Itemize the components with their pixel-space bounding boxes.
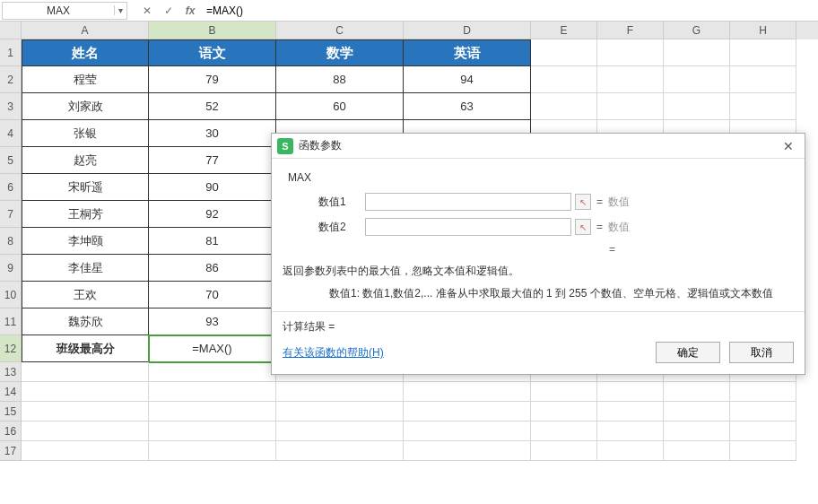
row-header-12[interactable]: 12: [0, 335, 22, 362]
row-header-8[interactable]: 8: [0, 228, 22, 255]
col-header-C[interactable]: C: [276, 22, 404, 39]
row-header-9[interactable]: 9: [0, 255, 22, 282]
cell-B16[interactable]: [149, 421, 276, 441]
cell-B7[interactable]: 92: [149, 201, 276, 228]
cell-A5[interactable]: 赵亮: [22, 147, 149, 174]
cell-A9[interactable]: 李佳星: [22, 255, 149, 282]
cell-A7[interactable]: 王桐芳: [22, 201, 149, 228]
cell-B13[interactable]: [149, 362, 276, 382]
cell-A10[interactable]: 王欢: [22, 282, 149, 308]
param-input-1[interactable]: [365, 193, 571, 211]
col-header-F[interactable]: F: [597, 22, 664, 39]
cell-A15[interactable]: [22, 402, 149, 421]
cell-E14[interactable]: [531, 382, 597, 402]
formula-input[interactable]: [206, 2, 818, 20]
dialog-titlebar[interactable]: S 函数参数 ✕: [272, 134, 805, 159]
cell-D14[interactable]: [404, 382, 531, 402]
cell-G14[interactable]: [664, 382, 730, 402]
cell-B11[interactable]: 93: [149, 308, 276, 335]
row-header-2[interactable]: 2: [0, 66, 22, 93]
cell-H14[interactable]: [730, 382, 796, 402]
row-header-5[interactable]: 5: [0, 147, 22, 174]
row-header-10[interactable]: 10: [0, 282, 22, 308]
row-header-14[interactable]: 14: [0, 382, 22, 402]
row-header-15[interactable]: 15: [0, 402, 22, 421]
cell-A11[interactable]: 魏苏欣: [22, 308, 149, 335]
col-header-E[interactable]: E: [531, 22, 597, 39]
fx-icon[interactable]: fx: [183, 4, 197, 18]
cell-A6[interactable]: 宋昕遥: [22, 174, 149, 201]
cell-F1[interactable]: [597, 39, 664, 66]
cell-D1[interactable]: 英语: [404, 39, 531, 66]
cell-A16[interactable]: [22, 421, 149, 441]
cell-B8[interactable]: 81: [149, 228, 276, 255]
cell-A8[interactable]: 李坤颐: [22, 228, 149, 255]
cell-A13[interactable]: [22, 362, 149, 382]
cell-B17[interactable]: [149, 441, 276, 461]
cell-E15[interactable]: [531, 402, 597, 421]
cancel-icon[interactable]: ✕: [140, 4, 154, 18]
row-header-3[interactable]: 3: [0, 93, 22, 120]
cell-B9[interactable]: 86: [149, 255, 276, 282]
close-icon[interactable]: ✕: [778, 139, 799, 153]
select-all-corner[interactable]: [0, 22, 22, 39]
cell-D16[interactable]: [404, 421, 531, 441]
cell-C15[interactable]: [276, 402, 404, 421]
cell-B15[interactable]: [149, 402, 276, 421]
cell-E1[interactable]: [531, 39, 597, 66]
cell-D17[interactable]: [404, 441, 531, 461]
cell-A17[interactable]: [22, 441, 149, 461]
cell-F16[interactable]: [597, 421, 664, 441]
cell-C16[interactable]: [276, 421, 404, 441]
cell-A12[interactable]: 班级最高分: [22, 335, 149, 362]
cell-G17[interactable]: [664, 441, 730, 461]
cell-H15[interactable]: [730, 402, 796, 421]
cell-B12[interactable]: =MAX(): [149, 335, 276, 362]
cell-E17[interactable]: [531, 441, 597, 461]
cell-A2[interactable]: 程莹: [22, 66, 149, 93]
cell-B3[interactable]: 52: [149, 93, 276, 120]
help-link[interactable]: 有关该函数的帮助(H): [283, 345, 384, 361]
cell-E2[interactable]: [531, 66, 597, 93]
col-header-H[interactable]: H: [730, 22, 796, 39]
cell-B6[interactable]: 90: [149, 174, 276, 201]
cell-A4[interactable]: 张银: [22, 120, 149, 147]
cell-C14[interactable]: [276, 382, 404, 402]
row-header-16[interactable]: 16: [0, 421, 22, 441]
cell-B5[interactable]: 77: [149, 147, 276, 174]
cell-F15[interactable]: [597, 402, 664, 421]
cell-H2[interactable]: [730, 66, 796, 93]
row-header-13[interactable]: 13: [0, 362, 22, 382]
cell-B14[interactable]: [149, 382, 276, 402]
cell-C2[interactable]: 88: [276, 66, 404, 93]
cell-H1[interactable]: [730, 39, 796, 66]
cell-F14[interactable]: [597, 382, 664, 402]
cell-H3[interactable]: [730, 93, 796, 120]
cell-A14[interactable]: [22, 382, 149, 402]
param-input-2[interactable]: [365, 218, 571, 236]
cell-G16[interactable]: [664, 421, 730, 441]
ok-button[interactable]: 确定: [656, 342, 720, 363]
cell-E3[interactable]: [531, 93, 597, 120]
cell-B10[interactable]: 70: [149, 282, 276, 308]
cell-C1[interactable]: 数学: [276, 39, 404, 66]
col-header-G[interactable]: G: [664, 22, 730, 39]
cell-H16[interactable]: [730, 421, 796, 441]
cell-D2[interactable]: 94: [404, 66, 531, 93]
row-header-7[interactable]: 7: [0, 201, 22, 228]
cell-D3[interactable]: 63: [404, 93, 531, 120]
cancel-button[interactable]: 取消: [729, 342, 794, 363]
name-box[interactable]: MAX ▾: [2, 2, 127, 20]
row-header-11[interactable]: 11: [0, 308, 22, 335]
chevron-down-icon[interactable]: ▾: [114, 5, 126, 15]
row-header-4[interactable]: 4: [0, 120, 22, 147]
cell-B1[interactable]: 语文: [149, 39, 276, 66]
cell-G2[interactable]: [664, 66, 730, 93]
range-picker-icon[interactable]: ↖: [575, 219, 591, 235]
row-header-1[interactable]: 1: [0, 39, 22, 66]
cell-B2[interactable]: 79: [149, 66, 276, 93]
cell-G3[interactable]: [664, 93, 730, 120]
cell-A3[interactable]: 刘家政: [22, 93, 149, 120]
cell-C17[interactable]: [276, 441, 404, 461]
row-header-6[interactable]: 6: [0, 174, 22, 201]
